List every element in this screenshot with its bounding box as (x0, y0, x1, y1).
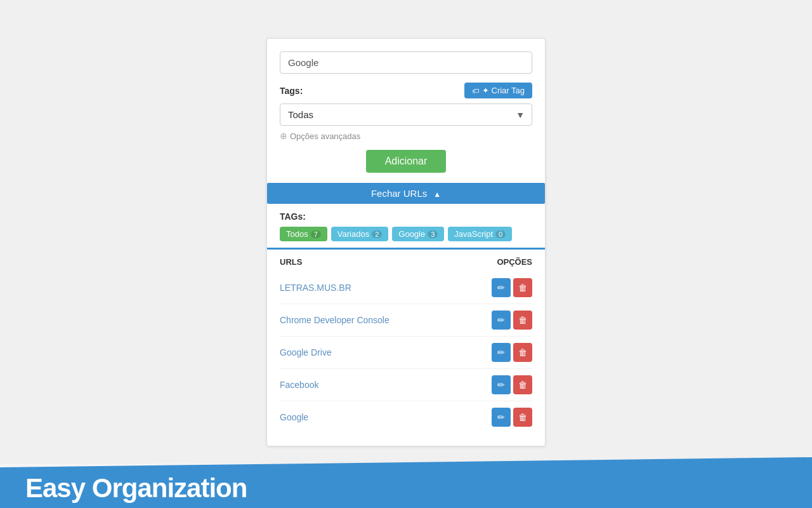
adicionar-button[interactable]: Adicionar (366, 150, 447, 173)
url-link-chrome[interactable]: Chrome Developer Console (280, 315, 390, 325)
tag-google-label: Google (398, 229, 425, 239)
table-row: Google ✏ 🗑 (280, 401, 532, 433)
url-actions: ✏ 🗑 (492, 343, 532, 362)
opcoes-avancadas-label: Opções avançadas (290, 131, 360, 141)
tag-variados-label: Variados (337, 229, 369, 239)
tag-filter-google[interactable]: Google 3 (392, 227, 444, 241)
url-actions: ✏ 🗑 (492, 278, 532, 297)
search-input[interactable] (280, 51, 532, 74)
tag-icon: 🏷 (472, 87, 479, 95)
table-row: Google Drive ✏ 🗑 (280, 337, 532, 369)
edit-button-letras[interactable]: ✏ (492, 278, 511, 297)
tags-select-wrapper: Todas Variados Google JavaScript ▼ (280, 104, 532, 126)
tag-javascript-label: JavaScript (454, 229, 493, 239)
tag-variados-count: 2 (372, 231, 382, 238)
opcoes-column-header: Opções (497, 257, 532, 267)
divider (267, 248, 545, 250)
fechar-urls-label: Fechar URLs (371, 188, 427, 199)
delete-button-gdrive[interactable]: 🗑 (513, 343, 532, 362)
edit-button-chrome[interactable]: ✏ (492, 311, 511, 330)
opcoes-avancadas[interactable]: ⊕ Opções avançadas (280, 131, 532, 141)
criar-tag-label: ✦ Criar Tag (482, 86, 525, 95)
edit-button-google[interactable]: ✏ (492, 408, 511, 427)
tag-filter-variados[interactable]: Variados 2 (331, 227, 388, 241)
urls-header: URLs Opções (280, 255, 532, 272)
table-row: Facebook ✏ 🗑 (280, 369, 532, 401)
tag-filter-javascript[interactable]: JavaScript 0 (448, 227, 512, 241)
delete-button-facebook[interactable]: 🗑 (513, 375, 532, 394)
table-row: Chrome Developer Console ✏ 🗑 (280, 304, 532, 337)
tag-filter-todos[interactable]: Todos 7 (280, 227, 327, 241)
footer-bar: Easy Organization (0, 457, 812, 508)
url-link-letras[interactable]: LETRAS.MUS.BR (280, 283, 351, 293)
footer-title: Easy Organization (25, 473, 247, 504)
url-actions: ✏ 🗑 (492, 375, 532, 394)
tags-section-label: TAGs: (280, 211, 532, 222)
url-actions: ✏ 🗑 (492, 408, 532, 427)
tag-todos-count: 7 (311, 231, 321, 238)
fechar-urls-bar[interactable]: Fechar URLs (267, 183, 545, 204)
url-link-gdrive[interactable]: Google Drive (280, 347, 332, 358)
tags-select[interactable]: Todas Variados Google JavaScript (280, 104, 532, 126)
tags-row: Tags: 🏷 ✦ Criar Tag (280, 83, 532, 98)
criar-tag-button[interactable]: 🏷 ✦ Criar Tag (464, 83, 532, 98)
tags-filter-row: Todos 7 Variados 2 Google 3 JavaScript 0 (280, 227, 532, 241)
url-link-facebook[interactable]: Facebook (280, 380, 318, 390)
edit-button-gdrive[interactable]: ✏ (492, 343, 511, 362)
url-link-google[interactable]: Google (280, 412, 308, 422)
url-actions: ✏ 🗑 (492, 311, 532, 330)
edit-button-facebook[interactable]: ✏ (492, 375, 511, 394)
delete-button-letras[interactable]: 🗑 (513, 278, 532, 297)
tags-label: Tags: (280, 86, 303, 96)
delete-button-chrome[interactable]: 🗑 (513, 311, 532, 330)
tag-google-count: 3 (428, 231, 438, 238)
panel: Tags: 🏷 ✦ Criar Tag Todas Variados Googl… (266, 38, 546, 446)
chevron-up-icon (431, 188, 441, 199)
tag-javascript-count: 0 (495, 231, 506, 238)
table-row: LETRAS.MUS.BR ✏ 🗑 (280, 272, 532, 304)
plus-circle-icon: ⊕ (280, 131, 287, 141)
main-content: Tags: 🏷 ✦ Criar Tag Todas Variados Googl… (0, 0, 812, 464)
delete-button-google[interactable]: 🗑 (513, 408, 532, 427)
urls-column-header: URLs (280, 257, 302, 267)
tag-todos-label: Todos (286, 229, 308, 239)
adicionar-label: Adicionar (385, 156, 428, 166)
